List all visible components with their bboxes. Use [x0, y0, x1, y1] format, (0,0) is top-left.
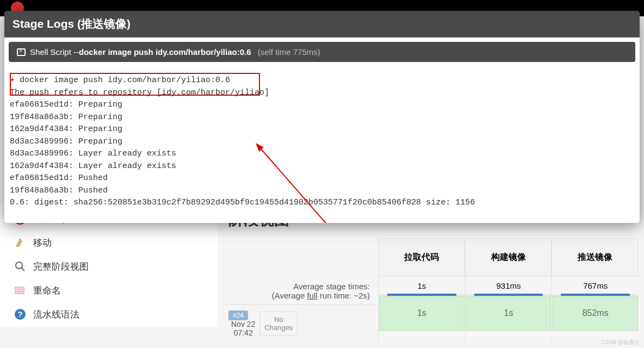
log-line: 8d3ac3489996: Preparing [10, 136, 634, 148]
stage-logs-modal: Stage Logs (推送镜像) Shell Script -- docker… [4, 11, 640, 223]
log-line: 0.6: digest: sha256:520851e3b319c2f7b892… [10, 197, 634, 209]
log-line: 19f848a86a3b: Pushed [10, 185, 634, 197]
log-body: + docker image push idy.com/harbor/yilia… [4, 66, 640, 223]
log-line: 162a9d4f4384: Preparing [10, 123, 634, 136]
subtitle-cmd: docker image push idy.com/harbor/yiliao:… [79, 47, 251, 57]
modal-subtitle[interactable]: Shell Script -- docker image push idy.co… [9, 42, 635, 62]
log-line: The push refers to repository [idy.com/h… [10, 87, 634, 100]
subtitle-prefix: Shell Script -- [30, 47, 79, 57]
log-line: 8d3ac3489996: Layer already exists [10, 148, 634, 160]
log-line: 19f848a86a3b: Preparing [10, 111, 634, 124]
self-time [253, 47, 256, 57]
log-line: efa06815ed1d: Pushed [10, 172, 634, 185]
modal-title: Stage Logs (推送镜像) [4, 11, 640, 38]
log-line: efa06815ed1d: Preparing [10, 99, 634, 111]
terminal-icon [17, 48, 26, 56]
watermark: CSDN @临界点 [601, 339, 640, 346]
modal-overlay: Stage Logs (推送镜像) Shell Script -- docker… [0, 0, 644, 348]
log-line: + docker image push idy.com/harbor/yilia… [10, 74, 634, 87]
log-line: 162a9d4f4384: Layer already exists [10, 160, 634, 173]
